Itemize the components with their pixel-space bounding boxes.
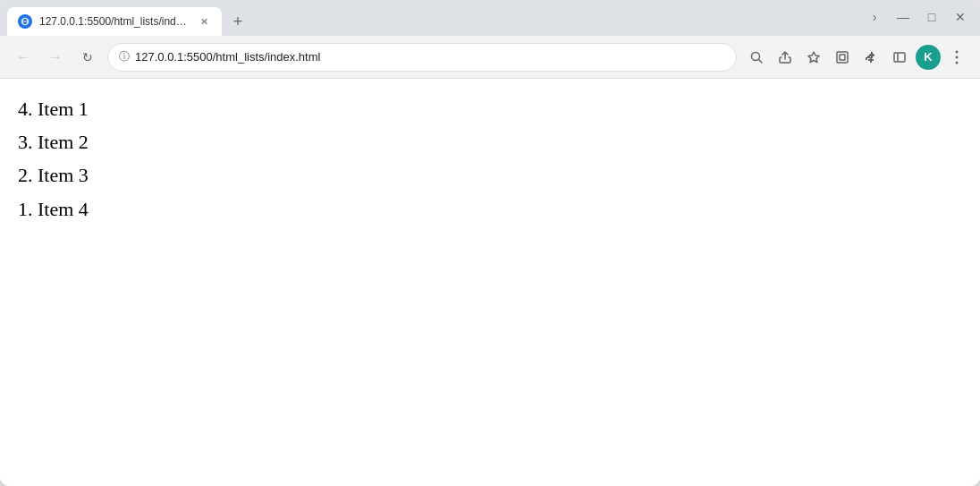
list-item: 2. Item 3 [18, 159, 962, 191]
list-item: 1. Item 4 [18, 193, 962, 225]
close-button[interactable]: ✕ [948, 4, 973, 30]
star-icon[interactable] [801, 45, 826, 70]
svg-line-3 [759, 59, 763, 63]
url-bar[interactable]: ⓘ 127.0.0.1:5500/html_lists/index.html [107, 43, 737, 72]
list-item: 3. Item 2 [18, 126, 962, 158]
svg-marker-4 [808, 52, 819, 63]
secure-icon: ⓘ [119, 49, 130, 64]
toolbar-buttons: K [744, 45, 969, 70]
extensions-icon[interactable] [858, 45, 883, 70]
reload-button[interactable]: ↻ [75, 45, 100, 70]
search-icon[interactable] [744, 45, 769, 70]
reload-icon: ↻ [82, 50, 93, 64]
forward-button[interactable]: → [43, 45, 68, 70]
svg-point-9 [956, 50, 959, 53]
svg-rect-7 [894, 53, 905, 62]
screenshot-icon[interactable] [830, 45, 855, 70]
new-tab-button[interactable]: + [225, 9, 250, 34]
list-item: 4. Item 1 [18, 93, 962, 124]
maximize-button[interactable]: □ [919, 4, 944, 30]
svg-rect-6 [840, 55, 845, 60]
back-icon: ← [16, 49, 30, 65]
url-text: 127.0.0.1:5500/html_lists/index.html [135, 50, 725, 64]
list-container: 4. Item 13. Item 22. Item 31. Item 4 [18, 93, 962, 225]
tab-strip: 127.0.0.1:5500/html_lists/index.h ✕ + [7, 0, 862, 36]
page-content: 4. Item 13. Item 22. Item 31. Item 4 [0, 79, 980, 486]
tab-favicon [18, 14, 32, 29]
active-tab[interactable]: 127.0.0.1:5500/html_lists/index.h ✕ [7, 7, 222, 36]
title-bar-controls: › — □ ✕ [862, 4, 973, 30]
svg-rect-5 [837, 52, 848, 63]
forward-icon: → [48, 49, 63, 65]
svg-point-10 [956, 55, 959, 58]
minimize-button[interactable]: — [891, 4, 916, 30]
profile-letter: K [924, 50, 932, 64]
address-bar: ← → ↻ ⓘ 127.0.0.1:5500/html_lists/index.… [0, 36, 980, 79]
profile-button[interactable]: K [916, 45, 941, 70]
tab-title: 127.0.0.1:5500/html_lists/index.h [39, 15, 190, 28]
svg-point-11 [956, 61, 959, 64]
back-button[interactable]: ← [11, 45, 36, 70]
menu-button[interactable] [944, 45, 969, 70]
tab-close-button[interactable]: ✕ [197, 14, 211, 29]
sidebar-icon[interactable] [887, 45, 912, 70]
browser-window: 127.0.0.1:5500/html_lists/index.h ✕ + › … [0, 0, 980, 486]
share-icon[interactable] [773, 45, 798, 70]
chevron-down-button[interactable]: › [862, 4, 887, 30]
title-bar: 127.0.0.1:5500/html_lists/index.h ✕ + › … [0, 0, 980, 36]
